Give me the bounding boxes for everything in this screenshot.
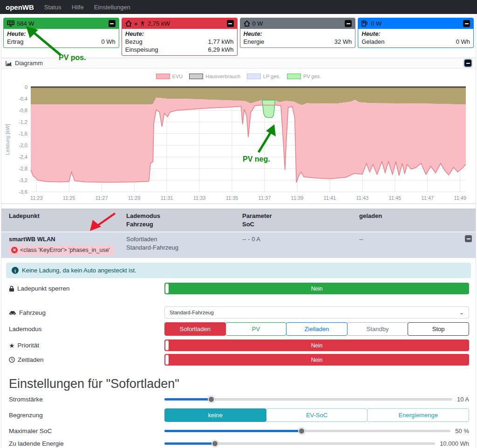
row-collapse-button[interactable] xyxy=(465,235,472,242)
energie-label: Energie xyxy=(244,38,265,45)
svg-text:-0,8: -0,8 xyxy=(19,108,27,113)
nav-item-hilfe[interactable]: Hilfe xyxy=(72,4,84,11)
priority-toggle-handle[interactable] xyxy=(165,340,169,350)
geladen-value: 0 Wh xyxy=(456,38,470,45)
current-slider-thumb[interactable] xyxy=(208,396,215,403)
chargepoint-table-header: Ladepunkt LademodusFahrzeug ParameterSoC… xyxy=(1,209,476,231)
energy-slider[interactable] xyxy=(164,440,435,447)
no-charge-alert: i Keine Ladung, da kein Auto angesteckt … xyxy=(6,263,471,278)
hausverbrauch-swatch xyxy=(189,74,203,79)
priority-row: ★ Priorität Nein xyxy=(1,339,476,351)
limit-row: Begrenzung keine EV-SoC Energiemenge xyxy=(1,408,476,422)
grid-card-collapse-button[interactable] xyxy=(227,20,234,27)
pv-power-value: 584 W xyxy=(17,20,34,27)
lock-label-group: Ladepunkt sperren xyxy=(9,285,164,292)
limit-evsoc-button[interactable]: EV-SoC xyxy=(266,408,368,422)
mode-standby-button[interactable]: Standby xyxy=(347,322,409,336)
diagram-collapse-button[interactable] xyxy=(464,60,471,67)
col-parameter: ParameterSoC xyxy=(235,209,352,231)
bezug-label: Bezug xyxy=(125,38,143,45)
mode-stop-button[interactable]: Stop xyxy=(408,322,469,336)
nav-item-einstellungen[interactable]: Einstellungen xyxy=(94,4,130,11)
priority-toggle[interactable]: Nein xyxy=(164,339,469,351)
timed-toggle-handle[interactable] xyxy=(165,355,169,365)
lock-toggle[interactable]: Nein xyxy=(164,283,469,294)
energy-label: Zu ladende Energie xyxy=(9,440,64,447)
mode-label: Lademodus xyxy=(9,326,42,333)
home-icon xyxy=(125,20,132,27)
lock-toggle-value: Nein xyxy=(311,285,323,292)
car-icon xyxy=(9,310,16,315)
navbar: openWB Status Hilfe Einstellungen xyxy=(0,0,477,14)
today-label: Heute: xyxy=(361,30,470,38)
limit-label: Begrenzung xyxy=(9,412,43,419)
legend-item-hausverbrauch[interactable]: Hausverbrauch xyxy=(189,74,240,79)
pv-ertrag-value: 0 Wh xyxy=(101,38,115,45)
grid-power-value: 2,75 kW xyxy=(148,20,170,27)
pv-card: 584 W Heute: Ertrag0 Wh xyxy=(3,18,119,48)
svg-text:-3,6: -3,6 xyxy=(19,189,27,195)
lp-swatch xyxy=(247,74,261,79)
grid-card-header: » 2,75 kW xyxy=(122,18,237,29)
house-card-collapse-button[interactable] xyxy=(345,20,352,27)
timed-toggle[interactable]: Nein xyxy=(164,354,469,366)
svg-text:Leistung [kW]: Leistung [kW] xyxy=(5,124,10,155)
vehicle-select[interactable]: Standard-Fahrzeug ⌄ xyxy=(164,306,469,319)
einspeisung-label: Einspeisung xyxy=(125,46,158,53)
chargepoint-controls: i Keine Ladung, da kein Auto angesteckt … xyxy=(1,263,476,448)
grid-card-body: Heute: Bezug1,77 kWh Einspeisung6,29 kWh xyxy=(122,29,237,55)
svg-text:11:45: 11:45 xyxy=(388,195,401,201)
grid-card: » 2,75 kW Heute: Bezug1,77 kWh Einspeisu… xyxy=(122,18,238,56)
charge-card-collapse-button[interactable] xyxy=(463,20,470,27)
diagram-panel: Diagramm EVU Hausverbrauch LP ges. PV ge… xyxy=(1,58,476,204)
chart-legend: EVU Hausverbrauch LP ges. PV ges. xyxy=(1,72,476,81)
clock-icon xyxy=(9,357,15,363)
vehicle-row: Fahrzeug Standard-Fahrzeug ⌄ xyxy=(1,306,476,319)
geladen-label: Geladen xyxy=(361,38,384,45)
svg-text:0: 0 xyxy=(25,84,27,90)
legend-item-lp[interactable]: LP ges. xyxy=(247,74,280,79)
priority-label-group: ★ Priorität xyxy=(9,342,164,349)
current-slider[interactable] xyxy=(164,396,452,403)
lock-toggle-handle[interactable] xyxy=(165,284,169,293)
energy-row: Zu ladende Energie 10.000 Wh xyxy=(1,440,476,447)
energy-slider-thumb[interactable] xyxy=(211,440,218,447)
svg-text:-2,4: -2,4 xyxy=(19,154,27,160)
svg-text:-1,6: -1,6 xyxy=(19,131,27,136)
house-card-body: Heute: Energie32 Wh xyxy=(240,29,355,48)
mode-sofortladen-button[interactable]: Sofortladen xyxy=(164,322,226,336)
chevron-down-icon: ⌄ xyxy=(459,309,464,316)
pv-card-body: Heute: Ertrag0 Wh xyxy=(4,29,119,48)
timed-row: Zeitladen Nein xyxy=(1,354,476,366)
app-brand[interactable]: openWB xyxy=(6,3,34,11)
timed-label: Zeitladen xyxy=(18,356,44,363)
charge-card-header: 0 W xyxy=(358,18,473,29)
limit-keine-button[interactable]: keine xyxy=(164,408,266,422)
charge-power-value: 0 W xyxy=(371,20,382,27)
vehicle-label: Fahrzeug xyxy=(19,309,46,316)
alert-text: Keine Ladung, da kein Auto angesteckt is… xyxy=(22,267,136,274)
soc-slider[interactable] xyxy=(164,428,450,434)
legend-item-pv[interactable]: PV ges. xyxy=(287,74,321,79)
timed-toggle-value: Nein xyxy=(311,357,323,363)
lock-icon xyxy=(9,285,14,292)
double-chevron-icon: » xyxy=(134,20,137,27)
bezug-value: 1,77 kWh xyxy=(208,38,234,45)
priority-label: Priorität xyxy=(18,342,40,349)
pv-card-collapse-button[interactable] xyxy=(109,20,116,27)
error-text: <class 'KeyError'> 'phases_in_use' xyxy=(20,246,110,254)
limit-energiemenge-button[interactable]: Energiemenge xyxy=(367,408,469,422)
house-card-header: 0 W xyxy=(240,18,355,29)
mode-zielladen-button[interactable]: Zielladen xyxy=(286,322,348,336)
house-power-value: 0 W xyxy=(252,20,263,27)
einspeisung-value: 6,29 kWh xyxy=(208,46,234,53)
mode-pv-button[interactable]: PV xyxy=(225,322,287,336)
energy-value: 10.000 Wh xyxy=(440,440,469,447)
pv-swatch xyxy=(287,74,301,79)
chargepoint-row[interactable]: smartWB WLAN ✕ <class 'KeyError'> 'phase… xyxy=(1,231,476,258)
settings-heading: Einstellungen für "Sofortladen" xyxy=(1,366,476,396)
soc-slider-thumb[interactable] xyxy=(298,428,305,434)
nav-item-status[interactable]: Status xyxy=(44,4,61,11)
legend-item-evu[interactable]: EVU xyxy=(156,74,183,79)
diagram-title: Diagramm xyxy=(15,60,43,67)
